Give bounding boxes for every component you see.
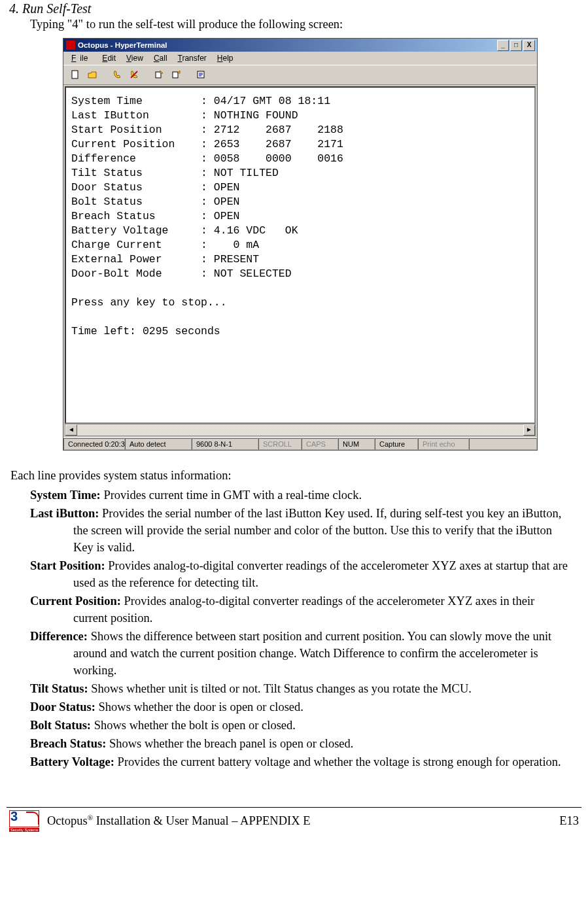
menu-file[interactable]: File: [67, 53, 95, 63]
def-desc: Provides analog-to-digital converter rea…: [73, 594, 534, 625]
def-start-position: Start Position: Provides analog-to-digit…: [30, 557, 568, 591]
toolbar-properties-icon[interactable]: [193, 67, 209, 82]
menu-help[interactable]: Help: [213, 53, 237, 63]
def-desc: Shows the difference between start posit…: [73, 630, 551, 677]
def-desc: Shows whether the bolt is open or closed…: [91, 719, 296, 732]
minimize-button[interactable]: _: [497, 40, 509, 51]
def-difference: Difference: Shows the difference between…: [30, 628, 568, 679]
status-bar: Connected 0:20:32 Auto detect 9600 8-N-1…: [63, 438, 537, 450]
section-number: 4.: [9, 1, 19, 16]
terminal-output: System Time : 04/17 GMT 08 18:11 Last IB…: [65, 86, 536, 424]
def-desc: Shows whether the breach panel is open o…: [106, 737, 353, 750]
company-logo-icon: 3 Security Systems: [9, 810, 41, 831]
def-term: Door Status:: [30, 700, 95, 713]
status-connected: Connected 0:20:32: [63, 438, 125, 450]
def-last-ibutton: Last iButton: Provides the serial number…: [30, 505, 568, 556]
def-breach-status: Breach Status: Shows whether the breach …: [30, 735, 568, 752]
status-autodetect: Auto detect: [125, 438, 192, 450]
def-term: Bolt Status:: [30, 719, 91, 732]
def-tilt-status: Tilt Status: Shows whether unit is tilte…: [30, 680, 568, 697]
status-capture: Capture: [375, 438, 418, 450]
def-term: Battery Voltage:: [30, 755, 114, 768]
def-current-position: Current Position: Provides analog-to-dig…: [30, 593, 568, 627]
def-term: Current Position:: [30, 594, 121, 608]
def-term: Start Position:: [30, 559, 105, 572]
page-footer: 3 Security Systems Octopus® Installation…: [7, 807, 581, 838]
section-title: Run Self-Test: [22, 1, 91, 16]
def-system-time: System Time: Provides current time in GM…: [30, 487, 568, 504]
toolbar-receive-icon[interactable]: [168, 67, 184, 82]
section-heading: 4. Run Self-Test: [9, 1, 576, 16]
app-icon: [66, 41, 75, 50]
def-desc: Provides current time in GMT with a real…: [101, 489, 362, 502]
svg-rect-0: [72, 71, 78, 78]
def-desc: Provides analog-to-digital converter rea…: [73, 559, 568, 589]
menu-bar: File Edit View Call Transfer Help: [63, 52, 537, 65]
status-spacer: [469, 438, 537, 450]
section-intro: Typing "4" to run the self-test will pro…: [30, 18, 576, 31]
toolbar-open-icon[interactable]: [84, 67, 100, 82]
maximize-button[interactable]: □: [510, 40, 522, 51]
close-button[interactable]: X: [523, 40, 535, 51]
def-term: Breach Status:: [30, 737, 106, 750]
status-num: NUM: [338, 438, 375, 450]
menu-view[interactable]: View: [122, 53, 147, 63]
svg-rect-3: [173, 72, 178, 78]
status-scroll: SCROLL: [258, 438, 302, 450]
toolbar-disconnect-icon[interactable]: [126, 67, 142, 82]
toolbar-new-icon[interactable]: [67, 67, 83, 82]
def-desc: Shows whether unit is tilted or not. Til…: [88, 682, 472, 695]
menu-transfer[interactable]: Transfer: [174, 53, 211, 63]
horizontal-scrollbar[interactable]: ◄ ►: [65, 424, 536, 436]
hyperterminal-window: Octopus - HyperTerminal _ □ X File Edit …: [63, 38, 538, 451]
def-desc: Provides the current battery voltage and…: [114, 755, 561, 768]
explain-intro: Each line provides system status informa…: [10, 469, 576, 483]
def-bolt-status: Bolt Status: Shows whether the bolt is o…: [30, 717, 568, 734]
def-desc: Shows whether the door is open or closed…: [95, 700, 303, 713]
toolbar: [63, 65, 537, 85]
def-battery-voltage: Battery Voltage: Provides the current ba…: [30, 753, 568, 770]
scroll-left-icon[interactable]: ◄: [65, 424, 77, 436]
page-number: E13: [559, 814, 579, 828]
window-title: Octopus - HyperTerminal: [78, 41, 167, 49]
def-term: Tilt Status:: [30, 682, 88, 695]
def-term: System Time:: [30, 489, 101, 502]
status-printecho: Print echo: [418, 438, 469, 450]
def-term: Last iButton:: [30, 507, 99, 520]
status-settings: 9600 8-N-1: [192, 438, 258, 450]
window-titlebar: Octopus - HyperTerminal _ □ X: [63, 39, 537, 52]
def-door-status: Door Status: Shows whether the door is o…: [30, 698, 568, 715]
definitions-list: System Time: Provides current time in GM…: [30, 487, 568, 770]
toolbar-call-icon[interactable]: [109, 67, 125, 82]
def-term: Difference:: [30, 630, 88, 643]
def-desc: Provides the serial number of the last i…: [73, 507, 561, 554]
scroll-right-icon[interactable]: ►: [523, 424, 535, 436]
toolbar-send-icon[interactable]: [151, 67, 167, 82]
status-caps: CAPS: [302, 438, 338, 450]
footer-text: Octopus® Installation & User Manual – AP…: [47, 814, 310, 828]
menu-edit[interactable]: Edit: [98, 53, 120, 63]
scroll-track[interactable]: [77, 424, 523, 436]
menu-call[interactable]: Call: [150, 53, 171, 63]
